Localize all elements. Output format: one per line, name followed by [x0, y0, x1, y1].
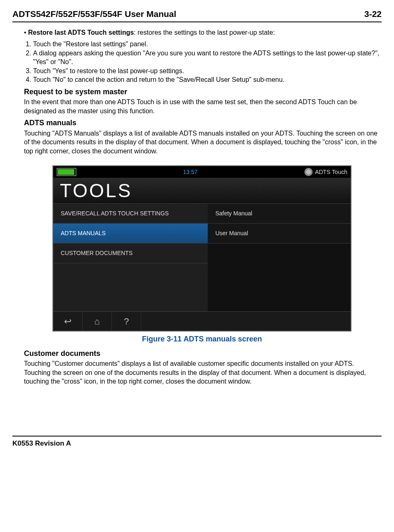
page-number: 3-22	[364, 8, 382, 20]
back-icon: ↩	[64, 315, 71, 328]
page-content: • Restore last ADTS Touch settings: rest…	[12, 28, 382, 386]
submenu-safety-manual[interactable]: Safety Manual	[208, 204, 351, 224]
body-adts-manuals: Touching "ADTS Manuals" displays a list …	[24, 129, 380, 156]
figure-caption: Figure 3-11 ADTS manuals screen	[24, 334, 380, 344]
heading-adts-manuals: ADTS manuals	[24, 118, 380, 128]
home-icon: ⌂	[94, 315, 100, 328]
menu-adts-manuals[interactable]: ADTS MANUALS	[53, 224, 208, 243]
nav-bar: ↩ ⌂ ?	[53, 311, 351, 331]
battery-icon	[57, 168, 76, 176]
body-customer-documents: Touching "Customer documents" displays a…	[24, 359, 380, 386]
status-bar: 13:57 ADTS Touch	[53, 166, 351, 178]
page-header: ADTS542F/552F/553F/554F User Manual 3-22	[12, 8, 382, 22]
restore-steps-list: Touch the "Restore last settings" panel.…	[33, 40, 380, 84]
bullet-title: Restore last ADTS Touch settings	[28, 29, 134, 36]
right-submenu-column: Safety Manual User Manual	[208, 204, 351, 311]
step-2: A dialog appears asking the question "Ar…	[33, 49, 380, 67]
menu-spacer	[53, 263, 208, 311]
submenu-user-manual[interactable]: User Manual	[208, 224, 351, 243]
brand-area: ADTS Touch	[304, 168, 347, 176]
device-body: SAVE/RECALL ADTS TOUCH SETTINGS ADTS MAN…	[53, 204, 351, 311]
step-4: Touch "No" to cancel the action and retu…	[33, 75, 380, 84]
adts-touch-device: 13:57 ADTS Touch TOOLS SAVE/RECALL ADTS …	[52, 165, 351, 332]
clock-display: 13:57	[183, 168, 197, 176]
help-icon: ?	[124, 315, 129, 328]
ge-logo-icon	[304, 168, 313, 176]
heading-customer-documents: Customer documents	[24, 348, 380, 358]
manual-title: ADTS542F/552F/553F/554F User Manual	[12, 8, 176, 20]
page-footer: K0553 Revision A	[12, 436, 382, 449]
step-3: Touch "Yes" to restore to the last power…	[33, 67, 380, 76]
menu-save-recall[interactable]: SAVE/RECALL ADTS TOUCH SETTINGS	[53, 204, 208, 224]
brand-text: ADTS Touch	[315, 168, 347, 176]
revision-label: K0553 Revision A	[12, 439, 71, 447]
menu-customer-documents[interactable]: CUSTOMER DOCUMENTS	[53, 243, 208, 263]
heading-request-master: Request to be system master	[24, 87, 380, 97]
tools-banner: TOOLS	[53, 178, 351, 204]
bullet-restore-settings: • Restore last ADTS Touch settings: rest…	[24, 28, 380, 37]
nav-home-button[interactable]: ⌂	[83, 312, 112, 331]
body-request-master: In the event that more than one ADTS Tou…	[24, 98, 380, 115]
nav-help-button[interactable]: ?	[112, 312, 141, 331]
bullet-desc: : restores the settings to the last powe…	[134, 29, 275, 36]
nav-back-button[interactable]: ↩	[53, 312, 83, 331]
step-1: Touch the "Restore last settings" panel.	[33, 40, 380, 49]
left-menu-column: SAVE/RECALL ADTS TOUCH SETTINGS ADTS MAN…	[53, 204, 208, 311]
